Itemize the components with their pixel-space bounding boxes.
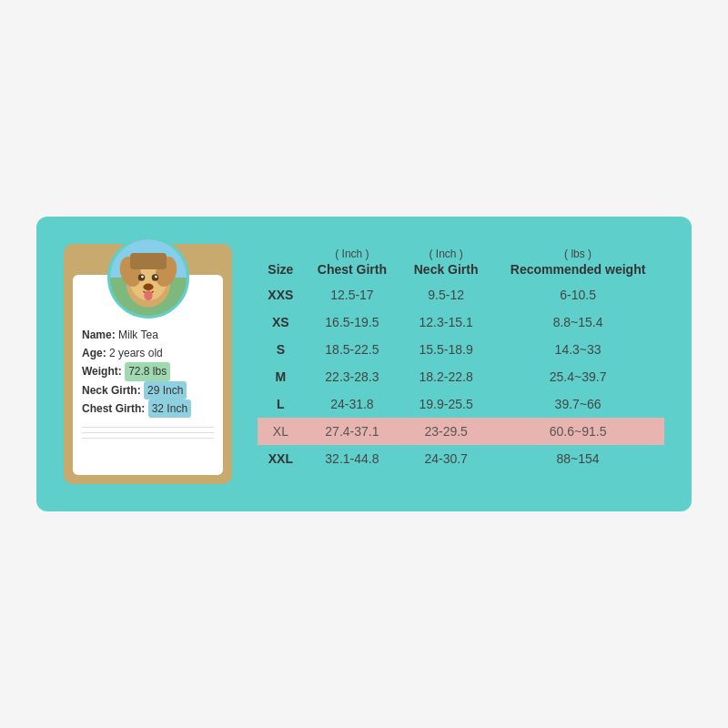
teal-card: Name: Milk Tea Age: 2 years old Weight: … [36, 217, 692, 512]
size-header-label: Size [268, 262, 293, 277]
td-neck: 9.5-12 [400, 281, 491, 308]
dog-avatar [107, 237, 189, 318]
td-chest: 27.4-37.1 [304, 418, 400, 445]
weight-value: 72.8 lbs [125, 362, 170, 380]
table-row: XS16.5-19.512.3-15.18.8~15.4 [258, 308, 664, 336]
table-row: S18.5-22.515.5-18.914.3~33 [258, 336, 664, 363]
td-neck: 12.3-15.1 [400, 308, 491, 336]
td-chest: 22.3-28.3 [304, 363, 400, 390]
table-header-row: Size ( Inch ) Chest Girth ( Inch ) Neck … [258, 244, 664, 282]
td-weight: 88~154 [491, 445, 664, 472]
th-neck: ( Inch ) Neck Girth [400, 244, 491, 282]
td-chest: 32.1-44.8 [304, 445, 400, 472]
th-weight: ( lbs ) Recommended weight [491, 244, 664, 282]
paper-line [82, 432, 214, 433]
td-weight: 39.7~66 [491, 390, 664, 418]
td-chest: 16.5-19.5 [304, 308, 400, 336]
clipboard-clip [130, 253, 167, 269]
td-weight: 25.4~39.7 [491, 363, 664, 390]
td-size: XXS [258, 281, 304, 308]
th-size: Size [258, 244, 304, 282]
td-chest: 24-31.8 [304, 390, 400, 418]
size-table: Size ( Inch ) Chest Girth ( Inch ) Neck … [258, 244, 664, 473]
td-size: L [258, 390, 304, 418]
svg-point-10 [143, 283, 153, 289]
table-row: L24-31.819.9-25.539.7~66 [258, 390, 664, 418]
size-table-section: Size ( Inch ) Chest Girth ( Inch ) Neck … [258, 244, 664, 473]
chest-header-label: Chest Girth [318, 262, 387, 277]
pet-name-row: Name: Milk Tea [82, 326, 214, 344]
weight-header-label: Recommended weight [511, 262, 646, 277]
td-size: XL [258, 418, 304, 445]
th-chest: ( Inch ) Chest Girth [304, 244, 400, 282]
paper-line [82, 427, 214, 428]
table-row: XXL32.1-44.824-30.788~154 [258, 445, 664, 472]
td-neck: 19.9-25.5 [400, 390, 491, 418]
chest-label: Chest Girth: [82, 402, 145, 415]
pet-info: Name: Milk Tea Age: 2 years old Weight: … [82, 326, 214, 419]
td-size: XS [258, 308, 304, 336]
td-chest: 12.5-17 [304, 281, 400, 308]
name-value: Milk Tea [118, 329, 158, 341]
chest-unit-label: ( Inch ) [311, 248, 393, 262]
weight-label: Weight: [82, 365, 122, 378]
paper-lines [82, 427, 214, 439]
weight-unit-label: ( lbs ) [499, 248, 657, 262]
td-weight: 14.3~33 [491, 336, 664, 363]
name-label: Name: [82, 329, 116, 341]
td-weight: 8.8~15.4 [491, 308, 664, 336]
neck-value: 29 Inch [144, 381, 187, 399]
clipboard-paper: Name: Milk Tea Age: 2 years old Weight: … [73, 275, 223, 476]
pet-chest-row: Chest Girth: 32 Inch [82, 399, 214, 418]
age-label: Age: [82, 347, 106, 359]
td-neck: 24-30.7 [400, 445, 491, 472]
pet-weight-row: Weight: 72.8 lbs [82, 362, 214, 380]
td-neck: 15.5-18.9 [400, 336, 491, 363]
table-row: XL27.4-37.123-29.560.6~91.5 [258, 418, 664, 445]
svg-point-8 [141, 275, 144, 278]
pet-neck-row: Neck Girth: 29 Inch [82, 381, 214, 399]
paper-line [82, 438, 214, 439]
main-container: Name: Milk Tea Age: 2 years old Weight: … [0, 0, 728, 728]
svg-point-11 [144, 290, 152, 300]
td-neck: 18.2-22.8 [400, 363, 491, 390]
td-size: XXL [258, 445, 304, 472]
td-weight: 60.6~91.5 [491, 418, 664, 445]
td-size: S [258, 336, 304, 363]
td-weight: 6-10.5 [491, 281, 664, 308]
neck-header-label: Neck Girth [414, 262, 479, 277]
table-row: XXS12.5-179.5-126-10.5 [258, 281, 664, 308]
svg-point-9 [155, 275, 157, 278]
td-chest: 18.5-22.5 [304, 336, 400, 363]
table-body: XXS12.5-179.5-126-10.5XS16.5-19.512.3-15… [258, 281, 664, 472]
dog-image [110, 239, 187, 316]
neck-unit-label: ( Inch ) [408, 248, 484, 262]
chest-value: 32 Inch [148, 399, 191, 418]
td-size: M [258, 363, 304, 390]
table-row: M22.3-28.318.2-22.825.4~39.7 [258, 363, 664, 390]
pet-age-row: Age: 2 years old [82, 344, 214, 362]
td-neck: 23-29.5 [400, 418, 491, 445]
clipboard: Name: Milk Tea Age: 2 years old Weight: … [64, 244, 232, 485]
neck-label: Neck Girth: [82, 384, 141, 397]
age-value: 2 years old [109, 347, 163, 359]
